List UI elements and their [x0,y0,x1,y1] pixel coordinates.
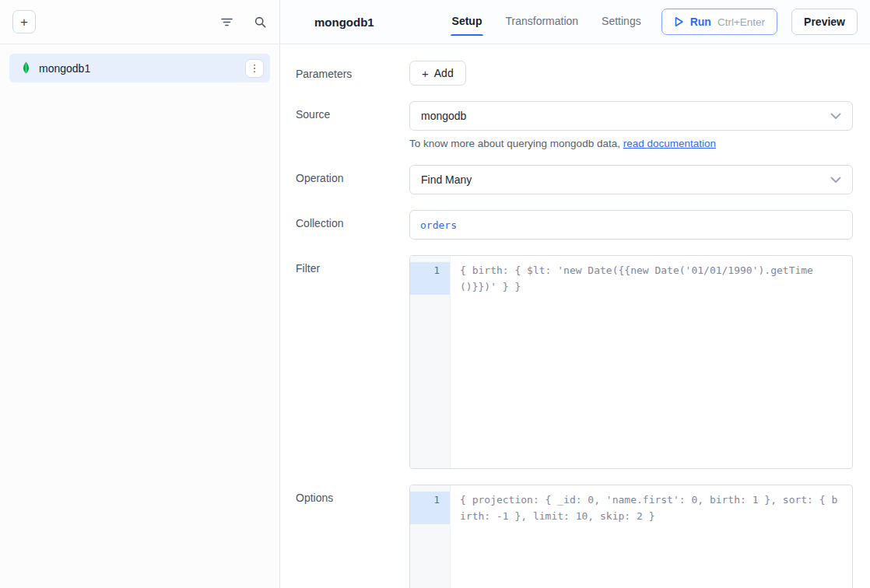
options-row: Options 1 { projection: { _id: 0, 'name.… [296,485,853,588]
search-icon[interactable] [254,16,267,29]
new-query-button[interactable]: + [12,10,36,33]
parameters-row: Parameters + Add [296,61,853,86]
options-label: Options [296,485,409,588]
list-item-mongodb1[interactable]: mongodb1 ⋮ [9,54,270,82]
filter-row: Filter 1 { birth: { $lt: 'new Date({{new… [296,255,853,469]
source-select[interactable]: mongodb [409,101,853,131]
play-icon [674,16,684,27]
app-window: + [0,0,870,588]
add-parameter-button[interactable]: + Add [409,61,466,86]
query-sidebar: + [0,0,280,588]
options-code-content[interactable]: { projection: { _id: 0, 'name.first': 0,… [451,485,852,588]
run-button-label: Run [690,16,711,28]
filter-label: Filter [296,255,409,469]
chevron-down-icon [830,177,841,184]
query-form: Parameters + Add Source mongodb [280,44,870,588]
run-button[interactable]: Run Ctrl+Enter [661,9,777,35]
preview-button-label: Preview [804,16,845,28]
operation-row: Operation Find Many [296,165,853,194]
chevron-down-icon [830,113,841,120]
query-title: mongodb1 [314,16,374,29]
filter-code-content[interactable]: { birth: { $lt: 'new Date({{new Date('01… [451,256,852,468]
operation-select[interactable]: Find Many [409,165,853,194]
source-label: Source [296,101,409,149]
query-list: mongodb1 ⋮ [0,44,279,92]
source-helper-text: To know more about querying mongodb data… [409,138,853,149]
mongodb-leaf-icon [20,61,32,75]
read-documentation-link[interactable]: read documentation [623,138,716,149]
run-shortcut-hint: Ctrl+Enter [717,16,765,28]
filter-editor-gutter: 1 [410,256,451,468]
filter-icon[interactable] [220,16,233,29]
line-number: 1 [410,262,450,295]
collection-input[interactable]: orders [409,210,853,240]
operation-label: Operation [296,165,409,194]
filter-code-editor[interactable]: 1 { birth: { $lt: 'new Date({{new Date('… [409,255,853,469]
list-item-label: mongodb1 [39,62,90,75]
collection-row: Collection orders [296,210,853,240]
editor-tabs: Setup Transformation Settings [451,8,643,36]
kebab-icon: ⋮ [250,63,260,73]
source-select-value: mongodb [421,110,466,122]
operation-select-value: Find Many [421,173,472,186]
item-context-menu-button[interactable]: ⋮ [245,59,264,78]
sidebar-toolbar: + [0,0,279,44]
tab-setup[interactable]: Setup [451,8,484,36]
query-editor-main: mongodb1 Setup Transformation Settings R… [280,0,870,588]
add-parameter-label: Add [434,67,454,79]
tab-transformation[interactable]: Transformation [503,8,580,36]
plus-icon: + [20,16,28,29]
collection-label: Collection [296,210,409,240]
source-row: Source mongodb To know more about queryi… [296,101,853,149]
collection-input-value: orders [420,219,457,231]
options-editor-gutter: 1 [410,485,451,588]
plus-icon: + [422,67,429,80]
options-code-editor[interactable]: 1 { projection: { _id: 0, 'name.first': … [409,485,853,588]
source-helper-prefix: To know more about querying mongodb data… [409,138,623,149]
parameters-label: Parameters [296,61,409,86]
line-number: 1 [410,492,450,524]
query-header: mongodb1 Setup Transformation Settings R… [280,0,870,44]
tab-settings[interactable]: Settings [600,8,643,36]
preview-button[interactable]: Preview [791,9,858,35]
